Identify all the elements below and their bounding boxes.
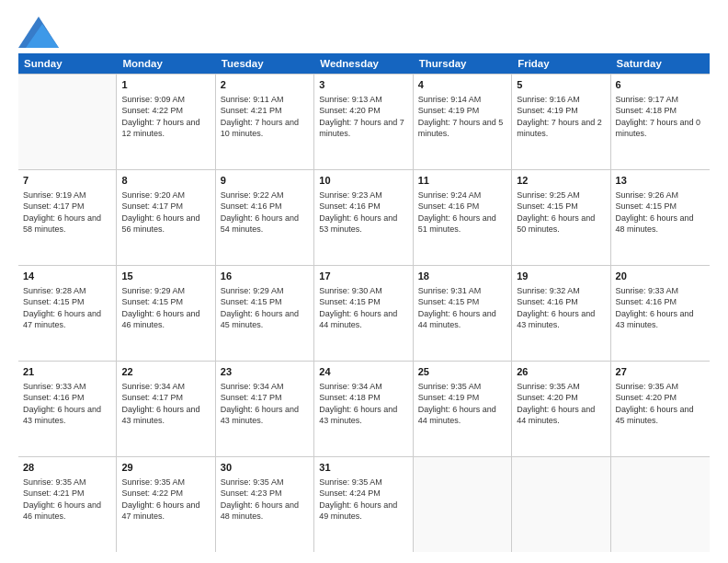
logo	[18, 17, 59, 44]
day-cell-11: 11Sunrise: 9:24 AMSunset: 4:16 PMDayligh…	[414, 170, 512, 265]
day-number: 31	[319, 461, 407, 475]
day-info: Sunrise: 9:32 AMSunset: 4:16 PMDaylight:…	[517, 285, 605, 331]
day-number: 24	[319, 365, 407, 379]
empty-cell	[611, 457, 710, 552]
calendar-week-1: 1Sunrise: 9:09 AMSunset: 4:22 PMDaylight…	[18, 75, 710, 170]
day-cell-24: 24Sunrise: 9:34 AMSunset: 4:18 PMDayligh…	[314, 362, 413, 456]
day-info: Sunrise: 9:16 AMSunset: 4:19 PMDaylight:…	[517, 94, 605, 140]
calendar-week-4: 21Sunrise: 9:33 AMSunset: 4:16 PMDayligh…	[18, 362, 710, 457]
day-info: Sunrise: 9:29 AMSunset: 4:15 PMDaylight:…	[121, 285, 210, 331]
day-info: Sunrise: 9:26 AMSunset: 4:15 PMDaylight:…	[616, 190, 705, 236]
day-number: 10	[319, 174, 407, 188]
day-number: 27	[616, 365, 705, 379]
empty-cell	[414, 457, 512, 552]
day-cell-15: 15Sunrise: 9:29 AMSunset: 4:15 PMDayligh…	[117, 266, 215, 361]
header-day-saturday: Saturday	[611, 53, 710, 74]
day-cell-6: 6Sunrise: 9:17 AMSunset: 4:18 PMDaylight…	[611, 75, 710, 169]
day-cell-22: 22Sunrise: 9:34 AMSunset: 4:17 PMDayligh…	[117, 362, 215, 456]
day-number: 12	[517, 174, 605, 188]
day-number: 17	[319, 270, 407, 283]
logo-icon	[18, 17, 55, 42]
day-number: 29	[121, 461, 210, 475]
day-number: 14	[23, 270, 111, 283]
day-cell-13: 13Sunrise: 9:26 AMSunset: 4:15 PMDayligh…	[611, 170, 710, 265]
day-number: 22	[121, 365, 210, 379]
header-day-sunday: Sunday	[18, 53, 117, 74]
empty-cell	[512, 457, 610, 552]
day-info: Sunrise: 9:35 AMSunset: 4:20 PMDaylight:…	[517, 381, 605, 427]
day-number: 23	[221, 365, 309, 379]
day-info: Sunrise: 9:34 AMSunset: 4:18 PMDaylight:…	[319, 381, 407, 427]
day-info: Sunrise: 9:09 AMSunset: 4:22 PMDaylight:…	[121, 94, 210, 140]
day-number: 8	[121, 174, 210, 188]
day-number: 5	[517, 78, 605, 92]
day-number: 20	[616, 270, 705, 283]
day-number: 1	[121, 78, 210, 92]
day-info: Sunrise: 9:34 AMSunset: 4:17 PMDaylight:…	[121, 381, 210, 427]
day-number: 13	[616, 174, 705, 188]
day-info: Sunrise: 9:20 AMSunset: 4:17 PMDaylight:…	[121, 190, 210, 236]
header-day-friday: Friday	[512, 53, 610, 74]
day-number: 26	[517, 365, 605, 379]
day-info: Sunrise: 9:35 AMSunset: 4:22 PMDaylight:…	[121, 477, 210, 523]
day-info: Sunrise: 9:35 AMSunset: 4:20 PMDaylight:…	[616, 381, 705, 427]
day-cell-10: 10Sunrise: 9:23 AMSunset: 4:16 PMDayligh…	[314, 170, 413, 265]
day-number: 18	[418, 270, 506, 283]
day-info: Sunrise: 9:13 AMSunset: 4:20 PMDaylight:…	[319, 94, 407, 140]
day-info: Sunrise: 9:31 AMSunset: 4:15 PMDaylight:…	[418, 285, 506, 331]
day-cell-21: 21Sunrise: 9:33 AMSunset: 4:16 PMDayligh…	[18, 362, 117, 456]
day-cell-20: 20Sunrise: 9:33 AMSunset: 4:16 PMDayligh…	[611, 266, 710, 361]
day-info: Sunrise: 9:24 AMSunset: 4:16 PMDaylight:…	[418, 190, 506, 236]
day-number: 30	[221, 461, 309, 475]
day-number: 25	[418, 365, 506, 379]
day-info: Sunrise: 9:33 AMSunset: 4:16 PMDaylight:…	[616, 285, 705, 331]
day-cell-12: 12Sunrise: 9:25 AMSunset: 4:15 PMDayligh…	[512, 170, 610, 265]
day-number: 6	[616, 78, 705, 92]
day-cell-29: 29Sunrise: 9:35 AMSunset: 4:22 PMDayligh…	[117, 457, 215, 552]
day-cell-31: 31Sunrise: 9:35 AMSunset: 4:24 PMDayligh…	[314, 457, 413, 552]
day-number: 16	[221, 270, 309, 283]
calendar: SundayMondayTuesdayWednesdayThursdayFrid…	[18, 53, 710, 552]
day-cell-30: 30Sunrise: 9:35 AMSunset: 4:23 PMDayligh…	[216, 457, 314, 552]
day-info: Sunrise: 9:14 AMSunset: 4:19 PMDaylight:…	[418, 94, 506, 140]
day-cell-8: 8Sunrise: 9:20 AMSunset: 4:17 PMDaylight…	[117, 170, 215, 265]
day-info: Sunrise: 9:35 AMSunset: 4:19 PMDaylight:…	[418, 381, 506, 427]
day-info: Sunrise: 9:35 AMSunset: 4:21 PMDaylight:…	[23, 477, 111, 523]
day-info: Sunrise: 9:17 AMSunset: 4:18 PMDaylight:…	[616, 94, 705, 140]
day-number: 11	[418, 174, 506, 188]
day-info: Sunrise: 9:23 AMSunset: 4:16 PMDaylight:…	[319, 190, 407, 236]
day-cell-23: 23Sunrise: 9:34 AMSunset: 4:17 PMDayligh…	[216, 362, 314, 456]
day-number: 7	[23, 174, 111, 188]
day-number: 19	[517, 270, 605, 283]
header	[18, 17, 710, 44]
day-number: 9	[221, 174, 309, 188]
day-info: Sunrise: 9:35 AMSunset: 4:24 PMDaylight:…	[319, 477, 407, 523]
day-info: Sunrise: 9:22 AMSunset: 4:16 PMDaylight:…	[221, 190, 309, 236]
day-number: 28	[23, 461, 111, 475]
day-cell-17: 17Sunrise: 9:30 AMSunset: 4:15 PMDayligh…	[314, 266, 413, 361]
day-info: Sunrise: 9:30 AMSunset: 4:15 PMDaylight:…	[319, 285, 407, 331]
calendar-body: 1Sunrise: 9:09 AMSunset: 4:22 PMDaylight…	[18, 74, 710, 552]
day-cell-28: 28Sunrise: 9:35 AMSunset: 4:21 PMDayligh…	[18, 457, 117, 552]
day-info: Sunrise: 9:33 AMSunset: 4:16 PMDaylight:…	[23, 381, 111, 427]
day-cell-7: 7Sunrise: 9:19 AMSunset: 4:17 PMDaylight…	[18, 170, 117, 265]
day-cell-26: 26Sunrise: 9:35 AMSunset: 4:20 PMDayligh…	[512, 362, 610, 456]
page: SundayMondayTuesdayWednesdayThursdayFrid…	[0, 0, 728, 563]
day-number: 3	[319, 78, 407, 92]
day-cell-5: 5Sunrise: 9:16 AMSunset: 4:19 PMDaylight…	[512, 75, 610, 169]
header-day-monday: Monday	[117, 53, 215, 74]
day-number: 4	[418, 78, 506, 92]
day-cell-3: 3Sunrise: 9:13 AMSunset: 4:20 PMDaylight…	[314, 75, 413, 169]
day-info: Sunrise: 9:28 AMSunset: 4:15 PMDaylight:…	[23, 285, 111, 331]
day-cell-14: 14Sunrise: 9:28 AMSunset: 4:15 PMDayligh…	[18, 266, 117, 361]
day-cell-18: 18Sunrise: 9:31 AMSunset: 4:15 PMDayligh…	[414, 266, 512, 361]
header-day-wednesday: Wednesday	[314, 53, 413, 74]
day-cell-16: 16Sunrise: 9:29 AMSunset: 4:15 PMDayligh…	[216, 266, 314, 361]
day-info: Sunrise: 9:29 AMSunset: 4:15 PMDaylight:…	[221, 285, 309, 331]
day-cell-1: 1Sunrise: 9:09 AMSunset: 4:22 PMDaylight…	[117, 75, 215, 169]
calendar-header: SundayMondayTuesdayWednesdayThursdayFrid…	[18, 53, 710, 74]
header-day-thursday: Thursday	[414, 53, 512, 74]
day-info: Sunrise: 9:11 AMSunset: 4:21 PMDaylight:…	[221, 94, 309, 140]
day-cell-19: 19Sunrise: 9:32 AMSunset: 4:16 PMDayligh…	[512, 266, 610, 361]
header-day-tuesday: Tuesday	[216, 53, 314, 74]
